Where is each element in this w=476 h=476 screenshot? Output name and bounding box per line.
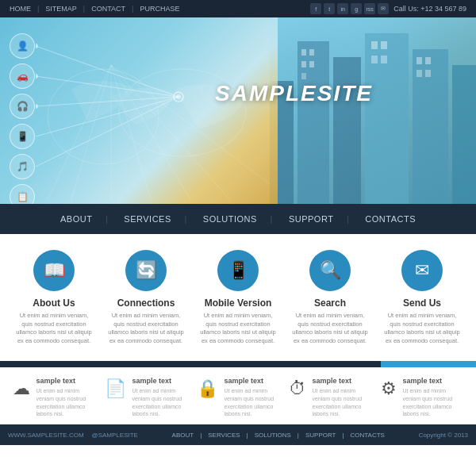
hero-icon-3: 🎧: [10, 94, 35, 119]
feature-about-title: About Us: [33, 298, 75, 309]
feature-about-desc: Ut enim ad minim veniam, quis nostrud ex…: [14, 312, 94, 345]
connection-lines-svg: [36, 33, 234, 192]
nav-contact[interactable]: CONTACT: [91, 5, 125, 13]
feature-about: 📖 About Us Ut enim ad minim veniam, quis…: [14, 250, 94, 345]
svg-point-37: [36, 104, 38, 109]
rss-icon[interactable]: rss: [364, 3, 375, 14]
footer-settings-desc: Ut enim ad minim veniam quis nostrud exe…: [403, 387, 464, 418]
footer-settings-title: sample text: [403, 377, 464, 385]
svg-line-31: [36, 97, 178, 136]
nav-contacts[interactable]: CONTACTS: [349, 204, 432, 234]
feature-send-title: Send Us: [403, 298, 441, 309]
svg-line-28: [36, 46, 178, 97]
footer-lock-desc: Ut enim ad minim veniam quis nostrud exe…: [225, 387, 280, 418]
googleplus-icon[interactable]: g: [351, 3, 362, 14]
call-text: Call Us: +12 34 567 89: [393, 5, 466, 13]
lock-icon: 🔒: [197, 378, 218, 399]
bottom-nav-left: WWW.SAMPLESITE.COM @SAMPLESITE: [8, 432, 138, 439]
svg-rect-7: [309, 49, 314, 56]
svg-rect-18: [425, 70, 431, 77]
facebook-icon[interactable]: f: [310, 3, 321, 14]
feature-send-desc: Ut enim ad minim veniam, quis nostrud ex…: [382, 312, 462, 345]
main-nav: ABOUT SERVICES SOLUTIONS SUPPORT CONTACT…: [0, 204, 476, 234]
bottom-nav-services[interactable]: SERVICES: [208, 432, 240, 439]
top-nav-right: f t in g rss ✉ Call Us: +12 34 567 89: [310, 3, 466, 14]
top-nav-links: HOME | SITEMAP | CONTACT | PURCHASE: [10, 5, 179, 13]
bottom-website: WWW.SAMPLESITE.COM: [8, 432, 84, 439]
cloud-icon: ☁: [13, 378, 30, 399]
feature-connections-title: Connections: [117, 298, 175, 309]
feature-mobile: 📱 Mobile Version Ut enim ad minim veniam…: [198, 250, 278, 345]
svg-rect-2: [333, 57, 361, 204]
svg-rect-5: [452, 65, 476, 204]
footer-lock-title: sample text: [225, 377, 280, 385]
svg-line-30: [36, 97, 178, 106]
linkedin-icon[interactable]: in: [337, 3, 348, 14]
hero-icon-2: 🚗: [10, 63, 35, 89]
feature-connections-icon: 🔄: [125, 250, 167, 291]
bottom-social: @SAMPLESITE: [92, 432, 138, 439]
divider-bar: [0, 361, 476, 367]
hero-icon-6: 📋: [10, 184, 35, 204]
svg-point-35: [36, 44, 38, 48]
feature-search-title: Search: [314, 298, 346, 309]
feature-mobile-icon: 📱: [217, 250, 259, 291]
features-section: 📖 About Us Ut enim ad minim veniam, quis…: [0, 234, 476, 353]
nav-services[interactable]: SERVICES: [108, 204, 186, 234]
bottom-nav-support[interactable]: SUPPORT: [305, 432, 336, 439]
footer-item-lock: 🔒 sample text Ut enim ad minim veniam qu…: [197, 377, 280, 418]
feature-connections-desc: Ut enim ad minim veniam, quis nostrud ex…: [106, 312, 186, 345]
feature-mobile-title: Mobile Version: [205, 298, 272, 309]
nav-home[interactable]: HOME: [10, 5, 31, 13]
top-nav: HOME | SITEMAP | CONTACT | PURCHASE f t …: [0, 0, 476, 17]
hero-icon-4: 📱: [10, 124, 35, 149]
hero-title: SAMPLESITE: [215, 81, 373, 106]
twitter-icon[interactable]: t: [324, 3, 335, 14]
svg-rect-9: [309, 61, 314, 67]
document-icon: 📄: [105, 378, 126, 399]
hero-icon-5: 🎵: [10, 154, 35, 179]
hero-section: 👤 🚗 🎧 📱 🎵 📋 SAMPLESITE: [0, 17, 476, 204]
footer-item-settings: ⚙ sample text Ut enim ad minim veniam qu…: [381, 377, 464, 418]
footer-content: ☁ sample text Ut enim ad minim veniam qu…: [0, 367, 476, 424]
nav-about[interactable]: ABOUT: [44, 204, 108, 234]
nav-support[interactable]: SUPPORT: [273, 204, 349, 234]
footer-doc-title: sample text: [132, 377, 188, 385]
footer-cloud-desc: Ut enim ad minim veniam quis nostrud exe…: [36, 387, 96, 418]
svg-rect-13: [371, 56, 378, 63]
footer-item-doc: 📄 sample text Ut enim ad minim veniam qu…: [105, 377, 188, 418]
feature-about-icon: 📖: [33, 250, 75, 291]
email-icon[interactable]: ✉: [378, 3, 389, 14]
copyright: Copyright © 2013: [419, 432, 468, 439]
hero-icon-1: 👤: [10, 33, 35, 59]
bottom-nav-contacts[interactable]: CONTACTS: [351, 432, 385, 439]
feature-search-desc: Ut enim ad minim veniam, quis nostrud ex…: [290, 312, 370, 345]
svg-rect-11: [371, 41, 378, 49]
social-icons: f t in g rss ✉: [310, 3, 389, 14]
buildings-svg: [270, 17, 476, 204]
gear-icon: ⚙: [381, 378, 397, 399]
svg-rect-15: [416, 57, 422, 64]
svg-rect-8: [301, 61, 306, 67]
footer-doc-desc: Ut enim ad minim veniam quis nostrud exe…: [132, 387, 188, 418]
footer-clock-desc: Ut enim ad minim veniam quis nostrud exe…: [313, 387, 372, 418]
svg-rect-14: [381, 56, 387, 63]
nav-purchase[interactable]: PURCHASE: [140, 5, 179, 13]
feature-connections: 🔄 Connections Ut enim ad minim veniam, q…: [106, 250, 186, 345]
svg-line-29: [36, 76, 178, 97]
svg-point-36: [36, 74, 38, 79]
bottom-nav-about[interactable]: ABOUT: [172, 432, 194, 439]
nav-solutions[interactable]: SOLUTIONS: [187, 204, 273, 234]
nav-sitemap[interactable]: SITEMAP: [45, 5, 77, 13]
svg-rect-17: [416, 70, 422, 77]
clock-icon: ⏱: [289, 378, 306, 399]
footer-item-clock: ⏱ sample text Ut enim ad minim veniam qu…: [289, 377, 372, 418]
feature-send-icon: ✉: [401, 250, 443, 291]
feature-send: ✉ Send Us Ut enim ad minim veniam, quis …: [382, 250, 462, 345]
footer-clock-title: sample text: [313, 377, 372, 385]
svg-rect-10: [301, 73, 306, 79]
bottom-nav-solutions[interactable]: SOLUTIONS: [255, 432, 291, 439]
bottom-nav-center: ABOUT | SERVICES | SOLUTIONS | SUPPORT |…: [172, 432, 385, 439]
svg-rect-16: [425, 57, 431, 64]
svg-rect-6: [301, 49, 306, 56]
